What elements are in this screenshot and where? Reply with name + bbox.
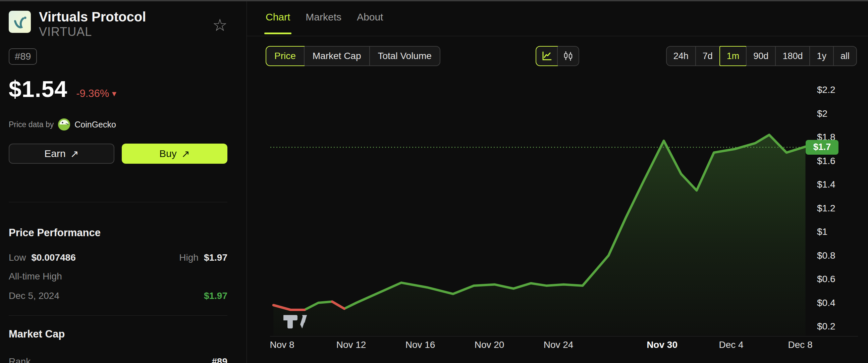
range-all[interactable]: all [833, 47, 856, 65]
candlestick-chart-icon[interactable] [557, 47, 579, 65]
price-data-attribution: Price data by CoinGecko [9, 118, 116, 131]
y-axis-label: $1.6 [817, 156, 835, 167]
x-axis-label: Dec 8 [788, 339, 812, 350]
range-24h[interactable]: 24h [667, 47, 695, 65]
y-axis-label: $1.4 [817, 179, 835, 190]
toggle-market-cap[interactable]: Market Cap [304, 47, 369, 65]
y-axis-label: $0.2 [817, 321, 835, 332]
coingecko-logo-icon [58, 118, 70, 131]
line-chart-icon[interactable] [536, 47, 557, 65]
rank-row: Rank #89 [9, 356, 227, 363]
coin-names: Virtuals Protocol VIRTUAL [39, 9, 212, 39]
y-axis-label: $0.8 [817, 250, 835, 261]
time-range-toggle: 24h 7d 1m 90d 180d 1y all [666, 46, 857, 66]
metric-toggle: Price Market Cap Total Volume [266, 46, 440, 66]
y-axis-label: $0.6 [817, 274, 835, 284]
coin-ticker: VIRTUAL [39, 25, 212, 39]
current-price-badge: $1.7 [806, 140, 838, 155]
buy-button[interactable]: Buy↗ [122, 144, 227, 164]
chart-panel: Chart Markets About Price Market Cap Tot… [247, 1, 868, 363]
tab-about[interactable]: About [357, 11, 383, 34]
current-price: $1.54 [9, 76, 67, 102]
external-arrow-icon: ↗ [181, 148, 190, 160]
market-cap-title: Market Cap [9, 328, 65, 340]
tab-markets[interactable]: Markets [306, 11, 341, 34]
ath-value: $1.97 [204, 291, 227, 301]
low-label: Low [9, 252, 26, 263]
coin-header: Virtuals Protocol VIRTUAL ☆ [9, 9, 227, 39]
ath-value-row: Dec 5, 2024 $1.97 [9, 291, 227, 301]
tab-chart[interactable]: Chart [266, 11, 290, 34]
x-axis-label: Nov 8 [270, 339, 294, 350]
x-axis-label: Nov 30 [647, 339, 678, 350]
external-arrow-icon: ↗ [70, 148, 79, 160]
toggle-total-volume[interactable]: Total Volume [369, 47, 440, 65]
rank-badge: #89 [9, 48, 37, 65]
ath-label: All-time High [9, 271, 62, 282]
low-value: $0.007486 [31, 252, 75, 263]
high-label: High [179, 252, 198, 263]
x-axis-line [270, 336, 858, 336]
earn-button[interactable]: Earn↗ [9, 144, 114, 164]
action-buttons: Earn↗ Buy↗ [9, 144, 227, 164]
y-axis-label: $1.2 [817, 203, 835, 214]
high-value: $1.97 [204, 252, 227, 263]
divider [9, 202, 227, 202]
range-7d[interactable]: 7d [695, 47, 719, 65]
range-1y[interactable]: 1y [809, 47, 833, 65]
tabs-border [247, 36, 868, 36]
x-axis-label: Dec 4 [719, 339, 743, 350]
coin-name: Virtuals Protocol [39, 9, 212, 25]
y-axis-label: $0.4 [817, 298, 835, 308]
x-axis-label: Nov 12 [336, 339, 366, 350]
favorite-star-icon[interactable]: ☆ [212, 17, 227, 34]
divider [9, 315, 227, 316]
tab-bar: Chart Markets About [266, 11, 383, 34]
low-high-row: Low $0.007486 High $1.97 [9, 252, 227, 263]
y-axis-label: $2.2 [817, 85, 835, 95]
range-90d[interactable]: 90d [746, 47, 775, 65]
y-axis-label: $1 [817, 226, 828, 237]
rank-value: #89 [212, 356, 227, 363]
chart-type-toggle [536, 46, 579, 66]
x-axis-label: Nov 20 [474, 339, 504, 350]
down-triangle-icon: ▼ [110, 90, 118, 98]
tradingview-logo-icon[interactable] [283, 313, 309, 332]
ath-date: Dec 5, 2024 [9, 291, 59, 301]
toggle-price[interactable]: Price [266, 47, 304, 65]
coin-sidebar: Virtuals Protocol VIRTUAL ☆ #89 $1.54 -9… [0, 1, 247, 363]
price-performance-title: Price Performance [9, 227, 101, 239]
range-1m[interactable]: 1m [719, 47, 746, 65]
attribution-prefix: Price data by [9, 120, 54, 129]
x-axis-label: Nov 24 [544, 339, 574, 350]
virtuals-protocol-logo-icon [9, 11, 31, 33]
price-change: -9.36%▼ [76, 88, 118, 100]
attribution-provider[interactable]: CoinGecko [74, 120, 116, 129]
rank-label: Rank [9, 356, 31, 363]
range-180d[interactable]: 180d [775, 47, 809, 65]
x-axis-label: Nov 16 [405, 339, 435, 350]
y-axis-label: $2 [817, 109, 828, 119]
app-window: Virtuals Protocol VIRTUAL ☆ #89 $1.54 -9… [0, 0, 868, 363]
ath-label-row: All-time High [9, 271, 227, 282]
price-row: $1.54 -9.36%▼ [9, 76, 118, 102]
